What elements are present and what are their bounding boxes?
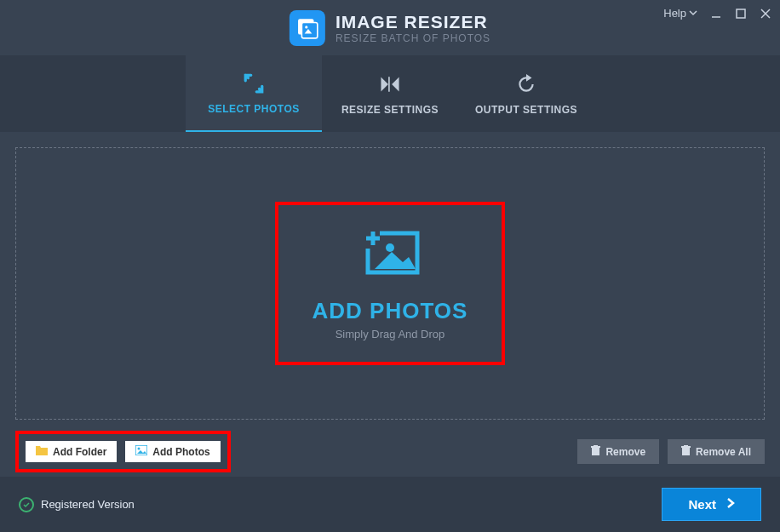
main-area: ADD PHOTOS Simply Drag And Drop Add Fold… [0,132,780,477]
remove-all-label: Remove All [696,446,751,458]
add-image-icon [356,226,424,285]
tab-label: SELECT PHOTOS [208,103,300,115]
svg-rect-10 [135,445,147,455]
left-button-group: Add Folder Add Photos [15,431,231,472]
footer: Registered Version Next [0,477,780,532]
window-controls: Help [663,7,771,20]
bottom-buttons: Add Folder Add Photos Remove Remove A [15,431,765,472]
help-label: Help [663,7,686,20]
svg-rect-14 [594,445,598,446]
svg-point-9 [386,243,394,252]
next-button[interactable]: Next [662,488,761,521]
maximize-button[interactable] [735,8,747,20]
app-icon [290,10,325,46]
add-photos-title: ADD PHOTOS [313,298,468,324]
add-photos-label: Add Photos [152,446,209,458]
remove-button[interactable]: Remove [577,439,659,464]
app-subtitle: RESIZE BATCH OF PHOTOS [336,32,490,44]
svg-rect-1 [301,22,317,37]
tab-select-photos[interactable]: SELECT PHOTOS [186,55,322,132]
trash-icon [681,445,691,458]
app-title: IMAGE RESIZER [336,12,490,32]
check-circle-icon [19,497,34,512]
trash-icon [591,445,600,458]
svg-rect-12 [592,448,599,455]
add-folder-button[interactable]: Add Folder [26,441,117,462]
add-photos-subtitle: Simply Drag And Drop [336,328,445,340]
mirror-icon [379,72,401,97]
registered-status: Registered Version [19,497,135,512]
status-label: Registered Version [41,498,135,511]
add-photos-button[interactable]: Add Photos [125,441,220,462]
remove-all-button[interactable]: Remove All [668,439,765,464]
svg-point-11 [138,448,141,450]
tab-label: OUTPUT SETTINGS [475,104,577,116]
minimize-button[interactable] [710,8,722,20]
tab-output-settings[interactable]: OUTPUT SETTINGS [458,55,594,132]
expand-arrows-icon [243,71,265,96]
folder-icon [36,445,48,458]
titlebar: IMAGE RESIZER RESIZE BATCH OF PHOTOS Hel… [0,0,780,55]
chevron-down-icon [689,7,697,20]
drop-zone[interactable]: ADD PHOTOS Simply Drag And Drop [15,147,765,420]
svg-rect-13 [591,446,600,448]
svg-rect-17 [684,445,688,446]
right-button-group: Remove Remove All [577,439,765,464]
svg-rect-15 [682,448,690,455]
next-label: Next [688,497,716,512]
refresh-icon [515,72,537,97]
tab-resize-settings[interactable]: RESIZE SETTINGS [322,55,458,132]
image-icon [135,445,147,458]
help-menu[interactable]: Help [663,7,697,20]
chevron-right-icon [726,497,735,512]
close-button[interactable] [760,8,771,20]
add-photos-box[interactable]: ADD PHOTOS Simply Drag And Drop [275,202,506,365]
add-folder-label: Add Folder [53,446,106,458]
svg-point-2 [305,26,307,28]
title-center: IMAGE RESIZER RESIZE BATCH OF PHOTOS [290,10,490,46]
tabbar: SELECT PHOTOS RESIZE SETTINGS OUTPUT SET… [0,55,780,132]
tab-label: RESIZE SETTINGS [341,104,439,116]
title-text-block: IMAGE RESIZER RESIZE BATCH OF PHOTOS [336,12,490,44]
remove-label: Remove [605,446,645,458]
svg-rect-16 [681,446,691,448]
svg-rect-4 [737,9,745,18]
